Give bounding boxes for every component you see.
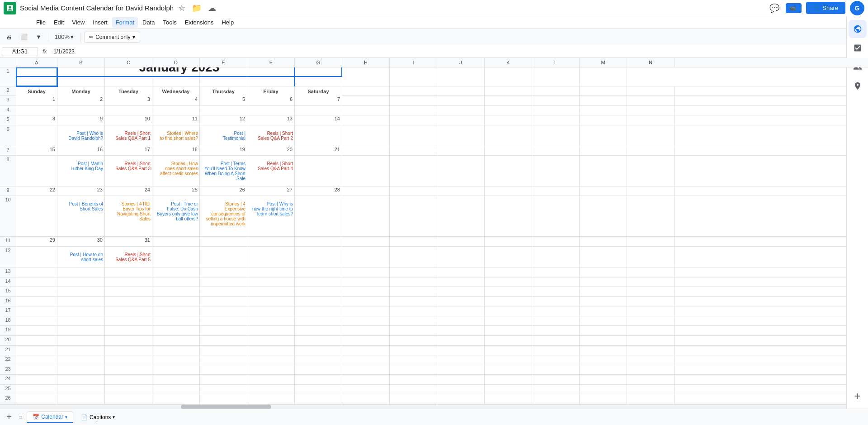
- cell-m4[interactable]: [580, 106, 627, 115]
- cell-n17[interactable]: [627, 306, 675, 316]
- cell-a10[interactable]: [16, 196, 57, 237]
- cell-m7[interactable]: [580, 146, 627, 156]
- cell-a7[interactable]: 15: [16, 146, 57, 156]
- cell-n3[interactable]: [627, 96, 675, 105]
- cell-b8[interactable]: Post | Martin Luther King Day: [57, 156, 105, 186]
- cell-l24[interactable]: [532, 375, 580, 384]
- cell-l21[interactable]: [532, 346, 580, 355]
- cell-e24[interactable]: [200, 375, 247, 384]
- col-header-c[interactable]: C: [105, 58, 152, 67]
- cell-l16[interactable]: [532, 297, 580, 306]
- cell-a4[interactable]: [16, 106, 57, 115]
- add-addon-icon[interactable]: +: [849, 387, 867, 405]
- cell-e14[interactable]: [200, 277, 247, 287]
- col-header-a[interactable]: A: [16, 58, 57, 67]
- cell-n16[interactable]: [627, 297, 675, 306]
- cell-n10[interactable]: [627, 196, 675, 237]
- cell-f10[interactable]: Post | Why is now the right time to lear…: [247, 196, 295, 237]
- cell-m18[interactable]: [580, 316, 627, 326]
- cell-c6[interactable]: Reels | Short Sales Q&A Part 1: [105, 125, 152, 146]
- cell-d14[interactable]: [152, 277, 200, 287]
- cell-f26[interactable]: [247, 394, 295, 404]
- cell-i22[interactable]: [390, 355, 437, 365]
- cell-e7[interactable]: 19: [200, 146, 247, 156]
- cell-e5[interactable]: 12: [200, 115, 247, 125]
- cell-j22[interactable]: [437, 355, 485, 365]
- cell-n7[interactable]: [627, 146, 675, 156]
- cell-i18[interactable]: [390, 316, 437, 326]
- cell-j9[interactable]: [437, 186, 485, 196]
- cell-i23[interactable]: [390, 365, 437, 375]
- cell-g26[interactable]: [295, 394, 342, 404]
- cell-j19[interactable]: [437, 326, 485, 335]
- cell-m3[interactable]: [580, 96, 627, 105]
- cell-a2-day[interactable]: Sunday: [16, 86, 57, 96]
- cell-i10[interactable]: [390, 196, 437, 237]
- cell-i25[interactable]: [390, 385, 437, 394]
- cell-b14[interactable]: [57, 277, 105, 287]
- cell-g5[interactable]: 14: [295, 115, 342, 125]
- cell-h9[interactable]: [342, 186, 390, 196]
- col-header-l[interactable]: L: [532, 58, 580, 67]
- cell-i1[interactable]: [342, 67, 390, 86]
- paint-format-button[interactable]: ⬜: [18, 32, 30, 42]
- star-icon[interactable]: ☆: [176, 1, 187, 15]
- cell-m24[interactable]: [580, 375, 627, 384]
- col-header-b[interactable]: B: [57, 58, 105, 67]
- cell-h12[interactable]: [342, 247, 390, 267]
- cell-e10[interactable]: Stories | 4 Expensive consequences of se…: [200, 196, 247, 237]
- cell-reference[interactable]: [2, 47, 38, 56]
- cell-m5[interactable]: [580, 115, 627, 125]
- cell-g21[interactable]: [295, 346, 342, 355]
- cell-m2[interactable]: [580, 86, 627, 96]
- col-header-j[interactable]: J: [437, 58, 485, 67]
- cell-f1[interactable]: [200, 67, 247, 86]
- cell-b1[interactable]: [57, 67, 105, 86]
- cell-n6[interactable]: [627, 125, 675, 146]
- cell-m12[interactable]: [580, 247, 627, 267]
- cell-d15[interactable]: [152, 287, 200, 296]
- cell-f4[interactable]: [247, 106, 295, 115]
- cell-l25[interactable]: [532, 385, 580, 394]
- cell-f16[interactable]: [247, 297, 295, 306]
- cell-n23[interactable]: [627, 365, 675, 375]
- cell-i4[interactable]: [390, 106, 437, 115]
- cell-l5[interactable]: [532, 115, 580, 125]
- cell-l3[interactable]: [532, 96, 580, 105]
- chat-icon[interactable]: 💬: [768, 1, 781, 15]
- cell-b26[interactable]: [57, 394, 105, 404]
- cell-a12[interactable]: [16, 247, 57, 267]
- cell-m22[interactable]: [580, 355, 627, 365]
- cell-a21[interactable]: [16, 346, 57, 355]
- cell-g2-day[interactable]: Saturday: [295, 86, 342, 96]
- cell-n8[interactable]: [627, 156, 675, 186]
- cell-j20[interactable]: [437, 336, 485, 345]
- cell-a9[interactable]: 22: [16, 186, 57, 196]
- cell-a6[interactable]: [16, 125, 57, 146]
- cell-c20[interactable]: [105, 336, 152, 345]
- menu-help[interactable]: Help: [218, 17, 237, 28]
- menu-view[interactable]: View: [68, 17, 88, 28]
- cell-e13[interactable]: [200, 267, 247, 277]
- cell-l23[interactable]: [532, 365, 580, 375]
- cell-c24[interactable]: [105, 375, 152, 384]
- cell-d20[interactable]: [152, 336, 200, 345]
- cell-g11[interactable]: [295, 237, 342, 246]
- cell-j7[interactable]: [437, 146, 485, 156]
- cell-f23[interactable]: [247, 365, 295, 375]
- cell-d2-day[interactable]: Wednesday: [152, 86, 200, 96]
- cell-m9[interactable]: [580, 186, 627, 196]
- cell-k17[interactable]: [485, 306, 532, 316]
- cell-g3[interactable]: 7: [295, 96, 342, 105]
- cell-g12[interactable]: [295, 247, 342, 267]
- cell-j11[interactable]: [437, 237, 485, 246]
- cell-j5[interactable]: [437, 115, 485, 125]
- cell-a13[interactable]: [16, 267, 57, 277]
- cell-g16[interactable]: [295, 297, 342, 306]
- cell-l11[interactable]: [532, 237, 580, 246]
- cell-m16[interactable]: [580, 297, 627, 306]
- cell-g17[interactable]: [295, 306, 342, 316]
- cell-d19[interactable]: [152, 326, 200, 335]
- cell-d21[interactable]: [152, 346, 200, 355]
- cell-j12[interactable]: [437, 247, 485, 267]
